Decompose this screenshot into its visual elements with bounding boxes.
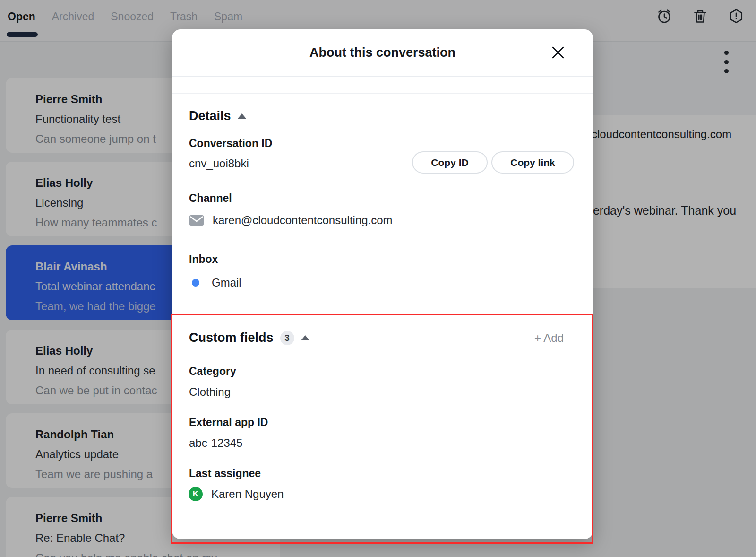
copy-id-button[interactable]: Copy ID: [412, 151, 488, 174]
custom-field-label: External app ID: [189, 416, 268, 429]
custom-field-value[interactable]: Clothing: [189, 385, 231, 399]
custom-fields-heading-label: Custom fields: [189, 331, 274, 345]
assignee-name: Karen Nguyen: [211, 487, 284, 501]
close-icon[interactable]: [550, 45, 566, 60]
assignee-avatar: K: [189, 487, 203, 501]
last-assignee-row[interactable]: K Karen Nguyen: [189, 487, 284, 501]
chevron-up-icon[interactable]: [238, 113, 246, 119]
custom-field-label: Last assignee: [189, 467, 261, 480]
add-custom-field-button[interactable]: + Add: [534, 331, 564, 345]
inbox-label: Inbox: [189, 253, 218, 266]
inbox-value: Gmail: [212, 276, 241, 289]
channel-label: Channel: [189, 192, 232, 205]
app-root: Open Archived Snoozed Trash Spam: [0, 0, 756, 557]
modal-header: About this conversation: [172, 29, 593, 76]
email-envelope-icon: [189, 215, 204, 226]
copy-link-button[interactable]: Copy link: [491, 151, 574, 174]
custom-fields-section-heading: Custom fields 3: [189, 331, 309, 345]
details-heading-label: Details: [189, 109, 231, 123]
custom-fields-count-badge: 3: [280, 331, 294, 345]
header-divider: [172, 76, 593, 77]
inbox-row: Gmail: [192, 276, 241, 289]
conversation-id-label: Conversation ID: [189, 137, 272, 150]
modal-title: About this conversation: [172, 29, 593, 76]
channel-value: karen@cloudcontentconsulting.com: [213, 214, 393, 227]
about-conversation-modal: About this conversation Details Conversa…: [172, 29, 593, 539]
channel-row: karen@cloudcontentconsulting.com: [189, 214, 393, 227]
custom-field-value[interactable]: abc-12345: [189, 436, 242, 450]
content-divider: [172, 93, 593, 94]
gmail-dot-icon: [192, 279, 199, 287]
chevron-up-icon[interactable]: [301, 335, 309, 340]
conversation-id-value: cnv_uoi8bki: [189, 157, 249, 170]
custom-field-label: Category: [189, 365, 236, 378]
details-section-heading: Details: [189, 109, 246, 123]
